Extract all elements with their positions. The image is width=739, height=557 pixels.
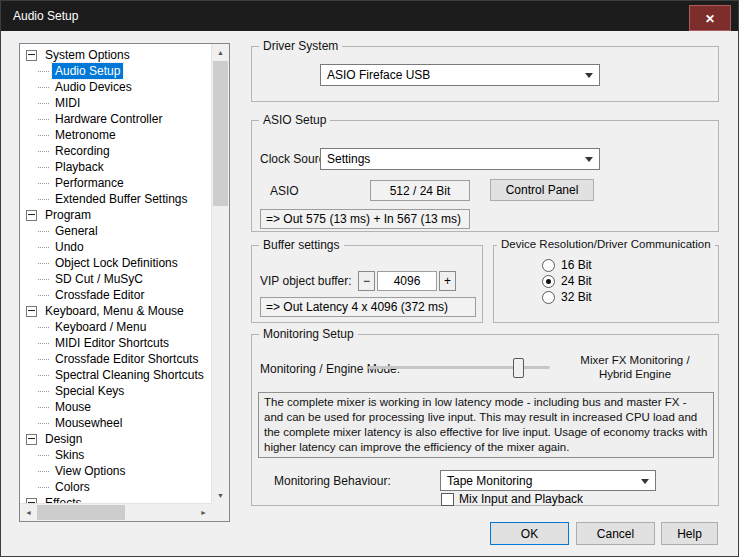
tree-item-label: Recording	[52, 143, 113, 159]
tree-connector	[38, 455, 49, 456]
tree-item-sd-cut-musyc[interactable]: SD Cut / MuSyC	[20, 271, 212, 287]
tree-item-crossfade-editor[interactable]: Crossfade Editor	[20, 287, 212, 303]
vip-buffer-label: VIP object buffer:	[260, 274, 352, 288]
checkbox-icon	[441, 493, 454, 506]
close-button[interactable]	[689, 5, 731, 31]
clock-source-select[interactable]: Settings	[320, 148, 600, 170]
tree-item-colors[interactable]: Colors	[20, 479, 212, 495]
horizontal-scroll-thumb[interactable]	[37, 505, 125, 520]
tree-connector	[38, 407, 49, 408]
radio-label: 16 Bit	[561, 258, 592, 272]
asio-buffer-display: 512 / 24 Bit	[370, 180, 470, 201]
tree-item-special-keys[interactable]: Special Keys	[20, 383, 212, 399]
tree-item-keyboard-menu-mouse[interactable]: Keyboard, Menu & Mouse	[20, 303, 212, 319]
vertical-scroll-thumb[interactable]	[213, 61, 228, 206]
slider-thumb[interactable]	[513, 358, 524, 378]
scroll-down-button[interactable]	[212, 487, 229, 504]
tree-connector	[38, 343, 49, 344]
tree-item-system-options[interactable]: System Options	[20, 47, 212, 63]
audio-setup-dialog: Audio Setup System OptionsAudio SetupAud…	[0, 0, 739, 557]
asio-setup-legend: ASIO Setup	[259, 113, 330, 127]
tree-vertical-scrollbar[interactable]	[211, 44, 229, 504]
tree-item-view-options[interactable]: View Options	[20, 463, 212, 479]
tree-item-program[interactable]: Program	[20, 207, 212, 223]
tree-item-midi[interactable]: MIDI	[20, 95, 212, 111]
tree-item-general[interactable]: General	[20, 223, 212, 239]
tree-item-metronome[interactable]: Metronome	[20, 127, 212, 143]
tree-item-mousewheel[interactable]: Mousewheel	[20, 415, 212, 431]
engine-mode-value: Mixer FX Monitoring / Hybrid Engine	[555, 353, 715, 381]
tree-item-crossfade-editor-shortcuts[interactable]: Crossfade Editor Shortcuts	[20, 351, 212, 367]
engine-mode-line2: Hybrid Engine	[555, 367, 715, 381]
collapse-icon[interactable]	[26, 434, 37, 445]
mix-input-playback-checkbox[interactable]: Mix Input and Playback	[441, 492, 583, 506]
scroll-right-button[interactable]	[195, 504, 212, 521]
tree-connector	[38, 375, 49, 376]
cancel-button[interactable]: Cancel	[576, 522, 655, 545]
tree-item-label: Keyboard / Menu	[52, 319, 149, 335]
tree-item-audio-devices[interactable]: Audio Devices	[20, 79, 212, 95]
buffer-settings-legend: Buffer settings	[259, 238, 344, 252]
tree-item-label: System Options	[42, 47, 133, 63]
tree-item-hardware-controller[interactable]: Hardware Controller	[20, 111, 212, 127]
help-button[interactable]: Help	[661, 522, 718, 545]
tree-horizontal-scrollbar[interactable]	[20, 503, 212, 521]
radio-24-bit[interactable]: 24 Bit	[542, 273, 592, 289]
clock-source-value: Settings	[327, 152, 370, 166]
tree-item-mouse[interactable]: Mouse	[20, 399, 212, 415]
plus-icon	[444, 274, 451, 288]
tree-item-label: Colors	[52, 479, 93, 495]
ok-label: OK	[521, 527, 538, 541]
driver-system-select[interactable]: ASIO Fireface USB	[320, 64, 600, 86]
tree-item-extended-buffer-settings[interactable]: Extended Buffer Settings	[20, 191, 212, 207]
tree-connector	[38, 263, 49, 264]
chevron-down-icon	[641, 479, 649, 484]
ok-button[interactable]: OK	[490, 522, 569, 545]
out-latency-value: => Out Latency 4 x 4096 (372 ms)	[266, 300, 448, 314]
tree-connector	[38, 359, 49, 360]
engine-mode-slider[interactable]	[368, 358, 550, 378]
monitoring-behaviour-value: Tape Monitoring	[447, 474, 532, 488]
collapse-icon[interactable]	[26, 50, 37, 61]
collapse-icon[interactable]	[26, 210, 37, 221]
cancel-label: Cancel	[597, 527, 634, 541]
radio-16-bit[interactable]: 16 Bit	[542, 257, 592, 273]
engine-mode-line1: Mixer FX Monitoring /	[555, 353, 715, 367]
vip-buffer-increase-button[interactable]	[439, 271, 456, 291]
tree-item-skins[interactable]: Skins	[20, 447, 212, 463]
asio-label: ASIO	[270, 184, 299, 198]
vip-buffer-input[interactable]: 4096	[377, 271, 437, 291]
tree-item-midi-editor-shortcuts[interactable]: MIDI Editor Shortcuts	[20, 335, 212, 351]
tree-item-recording[interactable]: Recording	[20, 143, 212, 159]
tree-item-undo[interactable]: Undo	[20, 239, 212, 255]
asio-latency-value: => Out 575 (13 ms) + In 567 (13 ms)	[266, 212, 461, 226]
arrow-right-icon	[200, 509, 207, 516]
radio-icon	[542, 259, 555, 272]
tree-item-audio-setup[interactable]: Audio Setup	[20, 63, 212, 79]
asio-setup-group: ASIO Setup Clock Source: Settings ASIO 5…	[251, 120, 719, 232]
tree-item-design[interactable]: Design	[20, 431, 212, 447]
tree-item-label: Playback	[52, 159, 107, 175]
tree-item-playback[interactable]: Playback	[20, 159, 212, 175]
tree-item-object-lock-definitions[interactable]: Object Lock Definitions	[20, 255, 212, 271]
control-panel-button[interactable]: Control Panel	[490, 179, 594, 201]
tree-item-performance[interactable]: Performance	[20, 175, 212, 191]
monitoring-behaviour-select[interactable]: Tape Monitoring	[440, 470, 656, 491]
tree-connector	[38, 71, 49, 72]
tree-item-keyboard-menu[interactable]: Keyboard / Menu	[20, 319, 212, 335]
device-resolution-legend: Device Resolution/Driver Communication	[497, 238, 715, 250]
arrow-up-icon	[217, 49, 224, 56]
scroll-up-button[interactable]	[212, 44, 229, 61]
radio-icon	[542, 275, 555, 288]
scroll-left-button[interactable]	[20, 504, 37, 521]
tree-item-spectral-cleaning-shortcuts[interactable]: Spectral Cleaning Shortcuts	[20, 367, 212, 383]
tree-item-label: Undo	[52, 239, 87, 255]
tree-item-label: MIDI	[52, 95, 83, 111]
radio-32-bit[interactable]: 32 Bit	[542, 289, 592, 305]
tree-connector	[38, 327, 49, 328]
vip-buffer-value: 4096	[394, 274, 421, 288]
vip-buffer-decrease-button[interactable]	[358, 271, 375, 291]
tree-item-label: Skins	[52, 447, 87, 463]
collapse-icon[interactable]	[26, 306, 37, 317]
tree-item-label: Audio Setup	[52, 63, 123, 79]
